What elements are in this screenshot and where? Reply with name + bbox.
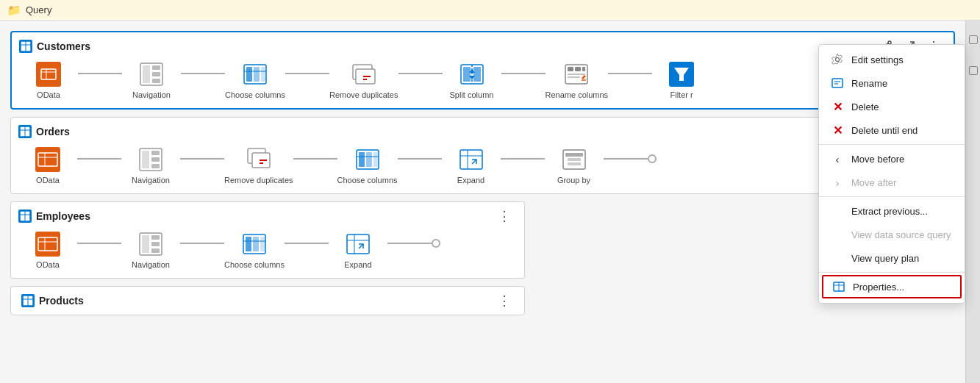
query-card-products: Products ⋮ (10, 286, 525, 315)
step-nav-employees[interactable]: Navigation (121, 230, 180, 269)
card-title-products: Products (21, 294, 84, 307)
main-area: Customers ⋮ (0, 21, 980, 383)
step-groupby-orders[interactable]: Group by (545, 146, 604, 185)
step-split-col-customers[interactable]: Split column (443, 60, 501, 99)
step-nav-orders[interactable]: Navigation (121, 146, 180, 185)
table-icon-employees (18, 210, 32, 223)
menu-item-view-datasource: View data source query (819, 223, 965, 246)
menu-label-view-plan: View query plan (851, 253, 919, 264)
rename-icon (831, 76, 844, 90)
step-expand-orders[interactable]: Expand (442, 146, 501, 185)
more-button-employees[interactable]: ⋮ (495, 210, 514, 223)
table-icon (832, 280, 845, 293)
svg-rect-30 (473, 67, 481, 82)
menu-item-extract-previous[interactable]: Extract previous... (819, 199, 965, 223)
svg-rect-52 (151, 151, 160, 155)
connector (181, 73, 225, 74)
none-icon-2 (831, 228, 844, 241)
step-rename-cols-customers[interactable]: Rename columns (546, 60, 609, 99)
query-card-customers: Customers ⋮ (10, 31, 955, 110)
connector (77, 158, 121, 160)
step-nav-customers[interactable]: Navigation (122, 60, 181, 99)
svg-rect-15 (143, 65, 150, 83)
menu-label-move-after: Move after (851, 177, 896, 188)
menu-label-delete-until-end: Delete until end (851, 125, 918, 136)
chevron-left-icon: ‹ (831, 152, 844, 165)
svg-rect-70 (568, 158, 581, 161)
gear-icon (831, 53, 844, 66)
svg-rect-21 (254, 67, 260, 82)
svg-rect-29 (463, 67, 471, 82)
menu-item-move-before[interactable]: ‹ Move before (819, 147, 965, 171)
svg-rect-64 (460, 150, 482, 169)
steps-row-customers: OData Navigation (19, 60, 943, 99)
menu-item-rename[interactable]: Rename (819, 71, 965, 95)
end-circle-employees (432, 239, 440, 248)
steps-row-employees: OData Navigation (18, 230, 514, 269)
chevron-right-icon: › (831, 176, 844, 189)
svg-rect-20 (246, 67, 252, 82)
menu-label-extract-previous: Extract previous... (851, 206, 928, 217)
menu-item-view-plan[interactable]: View query plan (819, 246, 965, 270)
step-filter-customers[interactable]: Filter r (652, 60, 711, 99)
x-red-icon: ✕ (831, 100, 844, 113)
menu-label-move-before: Move before (851, 154, 904, 165)
query-card-orders: Orders ⋮ OData (10, 117, 955, 194)
connector (78, 73, 122, 74)
svg-rect-16 (152, 65, 160, 70)
table-icon-orders (18, 125, 32, 138)
connector (180, 243, 224, 244)
connector (501, 158, 545, 160)
title-bar: 📁 Query (0, 0, 980, 21)
svg-rect-61 (366, 152, 372, 167)
card-header-orders: Orders ⋮ (18, 125, 944, 138)
step-odata-employees[interactable]: OData (18, 230, 77, 269)
connector (604, 158, 648, 160)
svg-rect-71 (568, 162, 581, 165)
menu-item-delete-until-end[interactable]: ✕ Delete until end (819, 118, 965, 142)
connector (77, 243, 121, 244)
svg-rect-22 (261, 67, 265, 82)
menu-item-edit-settings[interactable]: Edit settings (819, 48, 965, 71)
right-panel-icon-1[interactable] (969, 35, 978, 44)
steps-row-orders: OData Navigation (18, 146, 944, 185)
svg-rect-51 (142, 151, 149, 168)
table-icon-products (21, 294, 35, 307)
menu-label-properties: Properties... (853, 282, 904, 293)
menu-divider-3 (819, 272, 965, 273)
svg-rect-83 (151, 248, 160, 253)
connector (398, 158, 442, 160)
menu-label-rename: Rename (851, 78, 887, 89)
menu-label-edit-settings: Edit settings (851, 54, 904, 65)
none-icon-3 (831, 251, 844, 265)
card-name-employees: Employees (36, 210, 90, 222)
card-title-customers: Customers (19, 40, 90, 53)
svg-rect-82 (151, 242, 160, 246)
step-remove-dup-orders[interactable]: Remove duplicates (224, 146, 293, 185)
context-menu: Edit settings Rename ✕ Delete ✕ Delete u… (818, 44, 965, 304)
svg-rect-37 (582, 67, 585, 71)
step-remove-dup-customers[interactable]: Remove duplicates (329, 60, 398, 99)
connector (293, 158, 337, 160)
svg-rect-10 (39, 65, 58, 84)
connector (285, 73, 329, 74)
table-icon-customers (19, 40, 32, 53)
step-choose-cols-employees[interactable]: Choose columns (224, 230, 285, 269)
card-header-customers: Customers ⋮ (19, 40, 943, 53)
card-header-employees: Employees ⋮ (18, 210, 514, 223)
step-odata-customers[interactable]: OData (19, 60, 78, 99)
step-choose-cols-customers[interactable]: Choose columns (225, 60, 285, 99)
step-choose-cols-orders[interactable]: Choose columns (337, 146, 398, 185)
menu-item-delete[interactable]: ✕ Delete (819, 95, 965, 118)
svg-rect-96 (832, 79, 843, 87)
step-odata-orders[interactable]: OData (18, 146, 77, 185)
right-panel-icon-2[interactable] (969, 66, 978, 75)
svg-rect-87 (260, 237, 265, 251)
more-button-products[interactable]: ⋮ (495, 294, 514, 307)
step-expand-employees[interactable]: Expand (329, 230, 387, 269)
svg-rect-86 (253, 237, 259, 251)
connector (608, 73, 652, 74)
menu-item-properties[interactable]: Properties... (822, 275, 962, 298)
svg-rect-53 (151, 157, 160, 162)
title-label: Query (26, 4, 51, 15)
